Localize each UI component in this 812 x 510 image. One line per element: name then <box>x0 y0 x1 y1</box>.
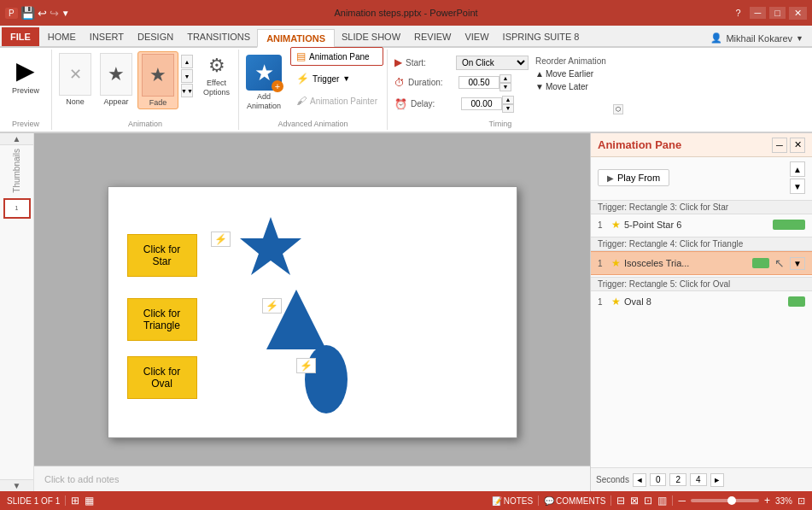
status-divider-1 <box>65 495 66 506</box>
animation-pane-label: Animation Pane <box>309 52 370 62</box>
notes-button[interactable]: 📝 NOTES <box>492 496 533 506</box>
undo-icon[interactable]: ↩ <box>38 7 47 20</box>
pane-down-btn[interactable]: ▼ <box>790 179 805 194</box>
tab-view[interactable]: VIEW <box>458 27 495 46</box>
anim-scroll-more[interactable]: ▼▼ <box>181 84 193 97</box>
trigger-indicator-3[interactable]: ⚡ <box>296 358 316 373</box>
click-for-oval-btn[interactable]: Click forOval <box>127 356 197 399</box>
painter-icon: 🖌 <box>296 95 307 107</box>
anim-scroll-down[interactable]: ▼ <box>181 69 193 83</box>
slide-area: ⚡ ⚡ ⚡ Click forStar Click forTriangle Cl… <box>34 133 590 491</box>
slide-view-icon[interactable]: ⊞ <box>71 495 79 507</box>
anim-scroll-up[interactable]: ▲ <box>181 55 193 68</box>
start-select[interactable]: On Click With Previous After Previous <box>456 56 529 70</box>
comments-button[interactable]: 💬 COMMENTS <box>544 496 605 506</box>
anim-entry-2[interactable]: 1 ★ Isosceles Tria... ↖ ▼ <box>591 251 812 275</box>
status-divider-4 <box>672 495 673 506</box>
timeline-marker-0[interactable]: 0 <box>650 473 667 486</box>
anim-entry-3[interactable]: 1 ★ Oval 8 <box>591 291 812 312</box>
reorder-title: Reorder Animation <box>535 56 606 66</box>
animation-list: Trigger: Rectangle 3: Click for Star 1 ★… <box>591 198 812 467</box>
tab-ispring[interactable]: ISPRING SUITE 8 <box>496 27 587 46</box>
status-divider-3 <box>610 495 611 506</box>
fit-window-btn[interactable]: ⊡ <box>797 495 805 507</box>
tab-file[interactable]: FILE <box>2 27 39 46</box>
anim-bar-3 <box>788 296 805 307</box>
preview-button[interactable]: ▶ Preview <box>9 53 43 98</box>
pane-close-btn[interactable]: ✕ <box>790 138 805 153</box>
view-icon-4[interactable]: ▥ <box>657 495 667 507</box>
customize-icon[interactable]: ▼ <box>61 9 70 18</box>
help-icon[interactable]: ? <box>735 8 740 18</box>
animation-pane-title: Animation Pane <box>598 138 681 151</box>
add-animation-button[interactable]: ★ + AddAnimation <box>242 51 285 114</box>
move-earlier-button[interactable]: ▲ Move Earlier <box>535 69 606 79</box>
tab-animations[interactable]: ANIMATIONS <box>257 29 335 48</box>
timeline-marker-4[interactable]: 4 <box>690 473 707 486</box>
trigger-label-1: Trigger: Rectangle 3: Click for Star <box>591 200 812 214</box>
play-from-btn[interactable]: ▶ Play From <box>598 169 669 186</box>
animation-pane-button[interactable]: ▤ Animation Pane <box>290 47 383 66</box>
thumb-scroll-up[interactable]: ▲ <box>0 133 33 145</box>
zoom-thumb <box>727 496 736 505</box>
duration-input[interactable] <box>459 76 499 89</box>
restore-btn[interactable]: □ <box>769 7 786 19</box>
zoom-out-btn[interactable]: ─ <box>678 495 686 507</box>
window-title: Animation steps.pptx - PowerPoint <box>334 8 477 18</box>
tab-slideshow[interactable]: SLIDE SHOW <box>335 27 407 46</box>
timeline-prev-btn[interactable]: ◄ <box>633 473 646 487</box>
preview-group: ▶ Preview Preview <box>0 50 52 130</box>
pane-up-btn[interactable]: ▲ <box>790 161 805 177</box>
timing-expander-btn[interactable]: ⬡ <box>613 104 623 114</box>
tab-design[interactable]: DESIGN <box>131 27 180 46</box>
trigger-group-2: Trigger: Rectangle 4: Click for Triangle… <box>591 237 812 275</box>
timeline-next-btn[interactable]: ► <box>710 473 724 487</box>
tab-home[interactable]: HOME <box>41 27 83 46</box>
tab-review[interactable]: REVIEW <box>407 27 458 46</box>
duration-up[interactable]: ▲ <box>499 74 511 83</box>
tab-transitions[interactable]: TRANSITIONS <box>180 27 257 46</box>
duration-down[interactable]: ▼ <box>499 83 511 91</box>
anim-bar-2 <box>752 258 769 268</box>
play-from-icon: ▶ <box>607 173 614 183</box>
animation-pane-header: Animation Pane ─ ✕ <box>591 133 812 157</box>
minimize-btn[interactable]: ─ <box>750 7 767 19</box>
animation-fade[interactable]: ★ Fade <box>137 51 178 109</box>
click-for-triangle-btn[interactable]: Click forTriangle <box>127 298 197 341</box>
notes-area[interactable]: Click to add notes <box>34 466 590 491</box>
zoom-slider[interactable] <box>691 499 759 502</box>
anim-dropdown-2[interactable]: ▼ <box>790 257 805 270</box>
view-icon-3[interactable]: ⊡ <box>644 495 652 507</box>
thumb-scroll-down[interactable]: ▼ <box>0 479 33 491</box>
view-icon-2[interactable]: ⊠ <box>630 495 639 507</box>
user-dropdown-icon[interactable]: ▼ <box>796 34 803 43</box>
anim-entry-1[interactable]: 1 ★ 5-Point Star 6 <box>591 214 812 235</box>
trigger-button[interactable]: ⚡ Trigger ▼ <box>290 69 383 88</box>
delay-down[interactable]: ▼ <box>502 104 514 113</box>
save-icon[interactable]: 💾 <box>20 6 35 20</box>
animation-painter-button[interactable]: 🖌 Animation Painter <box>290 91 383 110</box>
status-bar: SLIDE 1 OF 1 ⊞ ▦ 📝 NOTES 💬 COMMENTS ⊟ ⊠ … <box>0 491 812 510</box>
pane-minimize-btn[interactable]: ─ <box>772 138 787 153</box>
play-from-label: Play From <box>617 173 660 183</box>
delay-up[interactable]: ▲ <box>502 96 514 104</box>
close-btn[interactable]: ✕ <box>789 7 807 20</box>
ribbon-expander: ⬡ <box>613 50 625 130</box>
tab-insert[interactable]: INSERT <box>83 27 131 46</box>
move-later-button[interactable]: ▼ Move Later <box>535 82 606 91</box>
user-avatar: 👤 <box>710 32 722 44</box>
trigger-indicator-2[interactable]: ⚡ <box>262 298 282 314</box>
animation-appear[interactable]: ★ Appear <box>96 51 136 108</box>
view-icon-1[interactable]: ⊟ <box>616 495 625 507</box>
timeline-marker-2[interactable]: 2 <box>669 473 686 486</box>
effect-options-btn[interactable]: ⚙ EffectOptions <box>198 51 235 101</box>
click-for-star-btn[interactable]: Click forStar <box>127 234 197 277</box>
slide-view-alt-icon[interactable]: ▦ <box>85 495 94 507</box>
delay-input[interactable] <box>461 97 502 110</box>
redo-icon[interactable]: ↪ <box>50 7 59 20</box>
trigger-label-3: Trigger: Rectangle 5: Click for Oval <box>591 277 812 291</box>
thumbnail-item-1[interactable]: 1 <box>3 198 31 219</box>
trigger-indicator-1[interactable]: ⚡ <box>211 232 231 247</box>
animation-none[interactable]: ✕ None <box>55 51 95 108</box>
zoom-in-btn[interactable]: + <box>764 495 770 507</box>
